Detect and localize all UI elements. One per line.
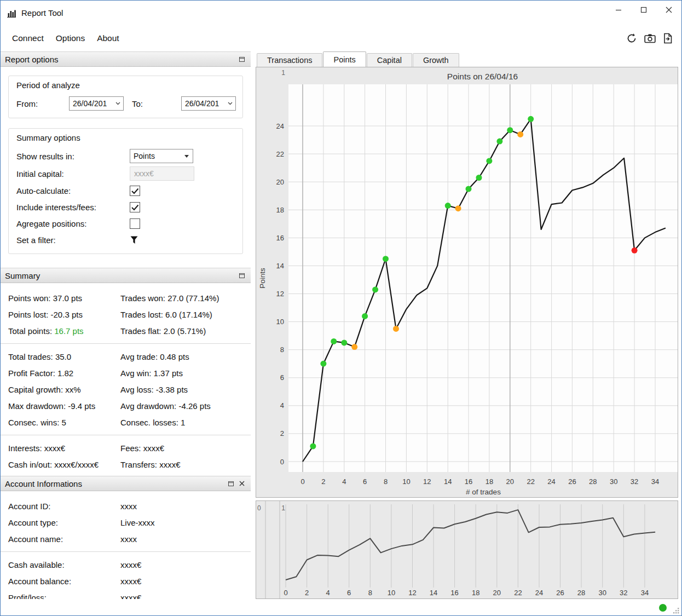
maximize-button[interactable] [631,1,656,19]
svg-text:30: 30 [610,477,617,486]
summary-stat: Consec. losses: 1 [120,418,251,427]
include-interests-checkbox[interactable] [130,202,140,212]
svg-text:22: 22 [514,589,522,597]
svg-text:0: 0 [300,477,304,486]
report-options-title: Report options [5,55,59,64]
show-results-value: Points [134,152,155,160]
svg-text:10: 10 [388,589,395,597]
refresh-icon[interactable] [625,32,638,45]
svg-text:34: 34 [641,589,649,597]
summary-body: Points won: 37.0 ptsTrades won: 27.0 (77… [1,283,251,473]
summary-stat: Fees: xxxx€ [120,444,251,453]
from-date-combobox[interactable]: 26/04/201 [69,96,124,111]
svg-text:22: 22 [527,477,534,486]
summary-row: Points won: 37.0 ptsTrades won: 27.0 (77… [1,290,251,306]
summary-stat: Consec. wins: 5 [1,418,120,427]
summary-stat: Points won: 37.0 pts [1,293,120,303]
svg-text:32: 32 [620,589,627,597]
summary-row: Max drawdown: -9.4 ptsAvg drawdown: -4.2… [1,398,251,414]
float-panel-icon[interactable] [227,479,235,488]
tab-growth[interactable]: Growth [413,53,459,67]
svg-text:12: 12 [408,589,416,597]
account-row: Account name:xxxx [1,531,251,547]
to-date-combobox[interactable]: 26/04/201 [181,96,236,111]
camera-icon[interactable] [643,32,656,45]
minimize-button[interactable] [606,1,631,19]
svg-text:2: 2 [280,429,284,437]
total-points-value: 16.7 pts [54,326,83,336]
summary-row: Total points: 16.7 pts Trades flat: 2.0 … [1,323,251,339]
divider [1,551,251,552]
menubar: Connect Options About [1,25,681,51]
menu-options[interactable]: Options [50,30,91,47]
points-chart-svg[interactable]: 0246810121416182022242628303234024681012… [256,67,678,497]
svg-text:18: 18 [472,589,479,597]
svg-text:26: 26 [556,589,564,597]
tab-points[interactable]: Points [323,51,366,67]
svg-text:18: 18 [276,206,284,214]
svg-text:4: 4 [280,401,284,410]
window-title: Report Tool [21,8,63,18]
svg-text:0: 0 [280,458,284,466]
svg-text:16: 16 [450,589,458,597]
svg-text:4: 4 [342,477,346,486]
summary-stat: Profit Factor: 1.82 [1,369,120,378]
filter-icon[interactable] [130,235,138,245]
titlebar[interactable]: Report Tool [1,1,681,25]
account-row: Cash available:xxxx€ [1,556,251,573]
tab-capital[interactable]: Capital [367,53,412,67]
divider [1,343,251,344]
report-options-header[interactable]: Report options [1,51,251,67]
svg-text:14: 14 [430,589,437,597]
summary-stat: Avg drawdown: -4.26 pts [120,401,251,411]
menu-about[interactable]: About [91,30,125,47]
svg-text:12: 12 [423,477,431,486]
period-groupbox: Period of analyze From: 26/04/201 To: 26… [8,76,243,118]
show-results-label: Show results in: [16,152,130,161]
account-informations-header[interactable]: Account Informations [1,476,251,491]
show-results-combobox[interactable]: Points [130,149,193,163]
to-date-value: 26/04/201 [185,99,219,108]
points-chart-panel[interactable]: Points on 26/04/16 024681012141618202224… [256,67,678,498]
summary-row: Interests: xxxx€Fees: xxxx€ [1,440,251,456]
export-report-icon[interactable] [661,32,674,45]
float-panel-icon[interactable] [238,55,246,64]
total-points-label: Total points: [8,326,52,336]
chart-title: Points on 26/04/16 [288,72,677,82]
overview-chart-panel[interactable]: 024681012141618202224262830323401 [256,500,678,599]
summary-row: Total trades: 35.0Avg trade: 0.48 pts [1,348,251,365]
dropdown-arrow-icon [184,155,189,158]
float-panel-icon[interactable] [238,271,246,280]
svg-text:10: 10 [402,477,410,486]
account-field-value: xxxx [120,534,251,544]
chevron-down-icon [228,102,235,105]
resize-grip[interactable] [672,607,680,614]
svg-text:10: 10 [276,318,284,326]
svg-text:28: 28 [589,477,597,486]
chevron-down-icon [115,102,123,105]
overview-chart-svg[interactable]: 024681012141618202224262830323401 [256,501,678,598]
agregate-positions-label: Agregate positions: [16,219,130,228]
statusbar [1,599,681,616]
summary-stat: Capital growth: xx% [1,385,120,394]
auto-calculate-label: Auto-calculate: [16,186,130,195]
menu-connect[interactable]: Connect [6,30,50,47]
svg-text:2: 2 [305,589,309,597]
summary-stat: Max drawdown: -9.4 pts [1,401,120,411]
svg-text:32: 32 [631,477,638,486]
agregate-positions-checkbox[interactable] [130,218,140,229]
svg-text:6: 6 [363,477,367,486]
report-options-body: Period of analyze From: 26/04/201 To: 26… [1,76,251,254]
initial-capital-input [130,166,194,181]
svg-text:6: 6 [280,373,284,382]
summary-stat: Transfers: xxxx€ [120,460,251,469]
summary-title: Summary [5,271,40,280]
auto-calculate-checkbox[interactable] [130,186,140,196]
close-button[interactable] [656,1,681,19]
svg-text:0: 0 [284,589,287,597]
initial-capital-label: Initial capital: [16,169,130,179]
close-panel-icon[interactable] [238,479,246,488]
svg-text:20: 20 [506,477,514,486]
tab-transactions[interactable]: Transactions [257,53,322,67]
summary-header[interactable]: Summary [1,268,251,283]
